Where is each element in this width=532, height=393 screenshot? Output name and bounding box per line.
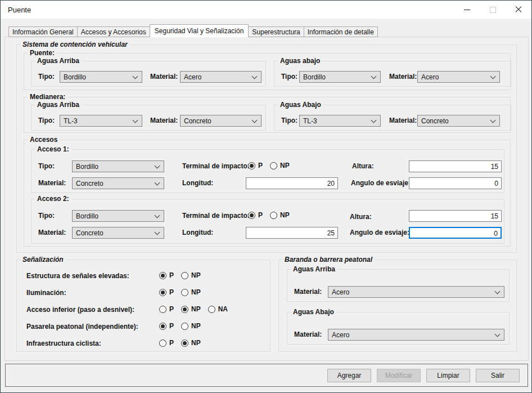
radio-label: NP	[191, 305, 201, 313]
radio-option-np[interactable]: NP	[181, 339, 201, 347]
radio-option-p[interactable]: P	[159, 339, 174, 347]
acceso2-tipo-select[interactable]: Bordillo	[72, 210, 164, 222]
acceso1-material-select[interactable]: Concreto	[72, 177, 164, 189]
dialog-puente: Puente Información General Accesos y Acc…	[0, 0, 532, 393]
radio-icon[interactable]	[181, 340, 188, 347]
group-title: Puente:	[28, 49, 57, 57]
acceso2-angulo-input[interactable]: 0	[409, 227, 502, 239]
acceso2-terminal-radio-group: P NP	[248, 211, 297, 219]
infraestructura-ciclista-radio-group: P NP	[159, 339, 208, 347]
radio-option-np[interactable]: NP	[181, 305, 201, 313]
radio-option-np[interactable]: NP	[270, 162, 290, 169]
radio-option-np[interactable]: NP	[181, 322, 201, 330]
limpiar-button[interactable]: Limpiar	[426, 369, 470, 382]
chevron-down-icon	[133, 74, 138, 79]
chevron-down-icon	[155, 230, 160, 235]
input-value: 25	[327, 229, 335, 237]
salir-button[interactable]: Salir	[476, 369, 520, 382]
close-button[interactable]	[506, 1, 531, 19]
acceso2-material-select[interactable]: Concreto	[72, 227, 164, 239]
tab-informacion-general[interactable]: Información General	[8, 26, 78, 37]
group-medianera: Medianera: Aguas Arriba Tipo: TL-3 Mater…	[24, 97, 511, 133]
baranda-arriba-material-select[interactable]: Acero	[328, 286, 504, 298]
group-title: Baranda o barrera peatonal	[282, 256, 375, 264]
radio-option-na[interactable]: NA	[208, 305, 228, 313]
radio-option-np[interactable]: NP	[270, 211, 290, 219]
radio-icon[interactable]	[181, 289, 188, 296]
radio-icon[interactable]	[181, 323, 188, 330]
baranda-abajo-material-select[interactable]: Acero	[328, 329, 504, 341]
altura-label: Altura:	[352, 162, 374, 171]
puente-abajo-material-select[interactable]: Acero	[417, 71, 500, 83]
puente-abajo-tipo-select[interactable]: Bordillo	[299, 71, 381, 83]
radio-option-p[interactable]: P	[159, 288, 174, 296]
material-label: Material:	[389, 73, 417, 81]
acceso2-altura-input[interactable]: 15	[409, 210, 502, 222]
puente-arriba-material-select[interactable]: Acero	[180, 71, 262, 83]
acceso1-altura-input[interactable]: 15	[409, 160, 502, 172]
combo-value: Concreto	[421, 117, 449, 125]
medianera-arriba-tipo-select[interactable]: TL-3	[60, 115, 142, 127]
radio-icon[interactable]	[159, 289, 166, 296]
radio-option-p[interactable]: P	[159, 271, 174, 279]
radio-label: NP	[280, 162, 290, 169]
agregar-button[interactable]: Agregar	[327, 369, 371, 382]
radio-option-p[interactable]: P	[159, 305, 174, 313]
longitud-label: Longitud:	[182, 179, 213, 187]
modificar-button[interactable]: Modificar	[377, 369, 421, 382]
radio-icon[interactable]	[159, 323, 166, 330]
tab-superestructura[interactable]: Superestructura	[248, 26, 304, 37]
radio-option-p[interactable]: P	[159, 322, 174, 330]
chevron-down-icon	[155, 213, 160, 218]
altura-label: Altura:	[350, 213, 372, 221]
group-title: Aguas Arriba	[35, 57, 82, 65]
maximize-button[interactable]	[480, 1, 506, 19]
minimize-button[interactable]	[454, 1, 480, 19]
combo-value: Acero	[421, 73, 439, 81]
acceso1-longitud-input[interactable]: 20	[246, 177, 338, 189]
acceso2-longitud-input[interactable]: 25	[246, 227, 338, 239]
material-label: Material:	[150, 117, 178, 125]
input-value: 15	[491, 163, 498, 171]
radio-icon[interactable]	[181, 306, 188, 313]
chevron-down-icon	[490, 74, 496, 79]
chevron-down-icon	[490, 118, 496, 123]
tab-accesos-accesorios[interactable]: Accesos y Accesorios	[77, 26, 150, 37]
radio-option-np[interactable]: NP	[181, 288, 201, 296]
radio-label: P	[258, 211, 263, 219]
radio-icon[interactable]	[208, 306, 215, 313]
acceso1-terminal-radio-group: P NP	[248, 162, 297, 169]
combo-value: Bordillo	[303, 73, 326, 81]
senales-elevadas-radio-group: P NP	[159, 271, 208, 279]
radio-icon[interactable]	[159, 272, 166, 279]
radio-icon[interactable]	[159, 340, 166, 347]
radio-option-np[interactable]: NP	[181, 271, 201, 279]
group-sistema-contencion: Sistema de contención vehicular Puente: …	[16, 44, 517, 253]
puente-arriba-tipo-select[interactable]: Bordillo	[60, 71, 142, 83]
medianera-arriba-material-select[interactable]: Concreto	[180, 115, 262, 127]
terminal-impacto-label: Terminal de impacto:	[182, 212, 250, 220]
material-label: Material:	[294, 288, 322, 296]
group-title: Acceso 1:	[35, 145, 71, 154]
combo-value: Bordillo	[64, 73, 86, 81]
medianera-abajo-tipo-select[interactable]: TL-3	[299, 115, 381, 127]
titlebar: Puente	[1, 1, 531, 19]
tipo-label: Tipo:	[38, 117, 55, 125]
radio-icon[interactable]	[270, 212, 277, 219]
acceso1-angulo-input[interactable]: 0	[409, 177, 502, 189]
radio-icon[interactable]	[181, 272, 188, 279]
radio-option-p[interactable]: P	[248, 211, 263, 219]
chevron-down-icon	[371, 74, 377, 79]
footer-panel: Agregar Modificar Limpiar Salir	[5, 364, 528, 387]
tab-seguridad-vial[interactable]: Seguridad Vial y Señalización	[150, 24, 249, 37]
iluminacion-label: Iluminación:	[26, 289, 66, 297]
radio-icon[interactable]	[270, 162, 277, 169]
tab-informacion-detalle[interactable]: Información de detalle	[304, 26, 378, 37]
radio-option-p[interactable]: P	[248, 162, 263, 169]
radio-icon[interactable]	[248, 212, 255, 219]
acceso1-tipo-select[interactable]: Bordillo	[72, 160, 164, 172]
group-accesos: Accesos Acceso 1: Tipo: Bordillo Termina…	[24, 140, 511, 247]
radio-icon[interactable]	[159, 306, 166, 313]
radio-icon[interactable]	[248, 162, 255, 169]
medianera-abajo-material-select[interactable]: Concreto	[417, 115, 500, 127]
